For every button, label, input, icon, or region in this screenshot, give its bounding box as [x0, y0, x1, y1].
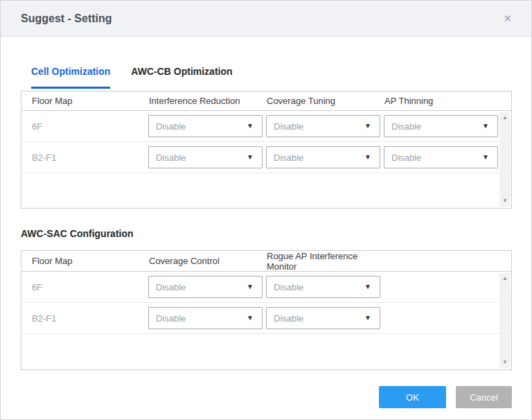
scroll-up-icon[interactable]: ▲ — [502, 115, 508, 121]
dialog-body: Cell Optimization AWC-CB Optimization Fl… — [1, 66, 531, 408]
vertical-scrollbar[interactable]: ▲ ▼ — [499, 112, 511, 207]
coverage-control-select-b2f1[interactable]: Disable ▼ — [148, 307, 263, 329]
chevron-down-icon: ▼ — [247, 315, 254, 322]
cell-optimization-table: Floor Map Interference Reduction Coverag… — [21, 91, 512, 209]
column-header-rogue-ap-interference-monitor: Rogue AP Interference Monitor — [266, 251, 384, 272]
table-body: 6F Disable ▼ Disable ▼ — [21, 111, 511, 208]
table-header-row: Floor Map Coverage Control Rogue AP Inte… — [21, 251, 511, 272]
dialog-header: Suggest - Setting ✕ — [1, 1, 531, 37]
vertical-scrollbar[interactable]: ▲ ▼ — [499, 273, 511, 368]
coverage-control-select-6f[interactable]: Disable ▼ — [148, 276, 263, 298]
column-header-floor-map: Floor Map — [21, 256, 148, 266]
chevron-down-icon: ▼ — [482, 123, 489, 130]
chevron-down-icon: ▼ — [364, 315, 371, 322]
table-row: B2-F1 Disable ▼ Disable ▼ — [21, 303, 511, 334]
tab-cell-optimization[interactable]: Cell Optimization — [31, 66, 110, 89]
ap-thinning-select-b2f1[interactable]: Disable ▼ — [384, 146, 498, 168]
chevron-down-icon: ▼ — [247, 154, 254, 161]
interference-reduction-select-b2f1[interactable]: Disable ▼ — [148, 146, 263, 168]
suggest-setting-dialog: Suggest - Setting ✕ Cell Optimization AW… — [0, 0, 532, 420]
dialog-footer: OK Cancel — [21, 386, 512, 408]
floor-label: 6F — [21, 282, 148, 292]
chevron-down-icon: ▼ — [364, 154, 371, 161]
selected-value: Disable — [391, 152, 421, 163]
scroll-down-icon[interactable]: ▼ — [502, 198, 508, 204]
close-icon[interactable]: ✕ — [503, 13, 512, 24]
selected-value: Disable — [156, 282, 186, 292]
selected-value: Disable — [274, 121, 303, 132]
table-row: 6F Disable ▼ Disable ▼ — [21, 272, 511, 303]
scroll-down-icon[interactable]: ▼ — [502, 360, 508, 365]
scroll-up-icon[interactable]: ▲ — [502, 276, 508, 281]
rogue-ap-monitor-select-b2f1[interactable]: Disable ▼ — [266, 307, 380, 329]
column-header-coverage-tuning: Coverage Tuning — [266, 96, 384, 106]
interference-reduction-select-6f[interactable]: Disable ▼ — [148, 115, 263, 137]
column-header-coverage-control: Coverage Control — [148, 256, 266, 266]
chevron-down-icon: ▼ — [364, 283, 371, 290]
chevron-down-icon: ▼ — [364, 123, 371, 130]
selected-value: Disable — [274, 152, 303, 163]
column-header-interference-reduction: Interference Reduction — [148, 96, 266, 106]
table-header-row: Floor Map Interference Reduction Coverag… — [21, 91, 511, 111]
cancel-button[interactable]: Cancel — [456, 386, 512, 408]
ok-button[interactable]: OK — [379, 386, 446, 408]
tab-awc-cb-optimization[interactable]: AWC-CB Optimization — [131, 66, 232, 89]
coverage-tuning-select-6f[interactable]: Disable ▼ — [266, 115, 380, 137]
rogue-ap-monitor-select-6f[interactable]: Disable ▼ — [266, 276, 380, 298]
table-row: 6F Disable ▼ Disable ▼ — [21, 111, 511, 142]
tab-bar: Cell Optimization AWC-CB Optimization — [31, 66, 512, 89]
floor-label: 6F — [21, 121, 148, 132]
floor-label: B2-F1 — [21, 152, 148, 163]
selected-value: Disable — [156, 121, 186, 132]
dialog-title: Suggest - Setting — [21, 12, 112, 25]
chevron-down-icon: ▼ — [482, 154, 489, 161]
selected-value: Disable — [274, 313, 303, 324]
awc-sac-configuration-heading: AWC-SAC Configuration — [21, 228, 512, 239]
column-header-ap-thinning: AP Thinning — [384, 96, 502, 106]
table-row: B2-F1 Disable ▼ Disable ▼ — [21, 142, 511, 173]
floor-label: B2-F1 — [21, 313, 148, 324]
chevron-down-icon: ▼ — [247, 283, 254, 290]
awc-sac-configuration-table: Floor Map Coverage Control Rogue AP Inte… — [21, 250, 512, 370]
selected-value: Disable — [274, 282, 303, 292]
chevron-down-icon: ▼ — [247, 123, 254, 130]
ap-thinning-select-6f[interactable]: Disable ▼ — [384, 115, 498, 137]
selected-value: Disable — [391, 121, 421, 132]
coverage-tuning-select-b2f1[interactable]: Disable ▼ — [266, 146, 380, 168]
column-header-floor-map: Floor Map — [21, 96, 148, 106]
selected-value: Disable — [156, 152, 186, 163]
table-body: 6F Disable ▼ Disable ▼ — [21, 272, 511, 369]
selected-value: Disable — [156, 313, 186, 324]
